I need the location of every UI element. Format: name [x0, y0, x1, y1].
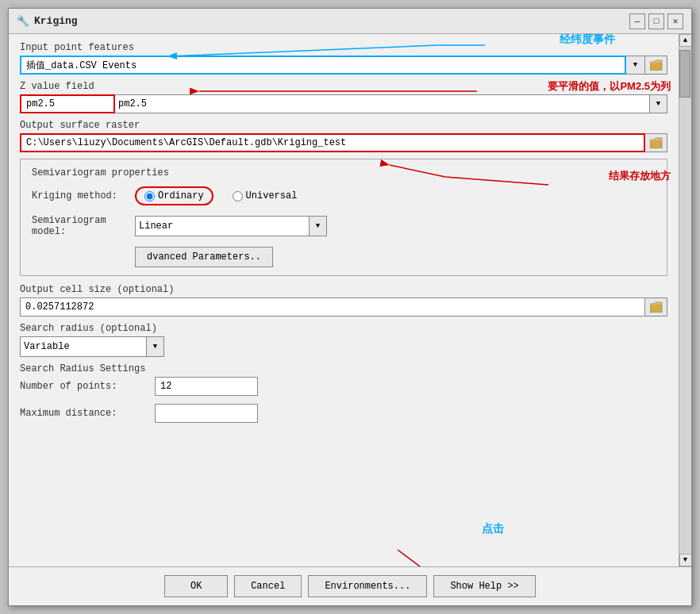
- main-panel: Input point features ▼ Z value field: [9, 34, 679, 566]
- universal-radio-label[interactable]: Universal: [233, 190, 298, 201]
- z-value-row: pm2.5 ▼: [20, 94, 667, 113]
- universal-radio[interactable]: [233, 191, 243, 201]
- z-value-label: Z value field: [20, 81, 667, 92]
- svg-rect-2: [650, 305, 662, 313]
- window-title: Kriging: [34, 15, 78, 27]
- input-point-field[interactable]: [20, 56, 626, 75]
- num-points-field[interactable]: [155, 377, 258, 396]
- max-distance-field[interactable]: [155, 404, 258, 423]
- semivariogram-model-row: Semivariogram model: Linear Spherical Ci…: [32, 215, 656, 237]
- input-point-label: Input point features: [20, 42, 667, 53]
- annotation-click-cn: 点击: [482, 522, 504, 536]
- output-cell-row: [20, 297, 667, 317]
- kriging-window: 🔧 Kriging — □ ✕ Input point features ▼: [8, 8, 692, 606]
- semivariogram-model-label: Semivariogram model:: [32, 215, 135, 237]
- search-radius-arrow[interactable]: ▼: [147, 336, 164, 357]
- right-scrollbar: ▲ ▼: [679, 34, 691, 566]
- z-value-group: Z value field pm2.5 ▼: [20, 81, 667, 113]
- output-surface-field[interactable]: [20, 133, 645, 152]
- search-radius-label: Search radius (optional): [20, 323, 667, 334]
- search-radius-select-wrapper: Variable Fixed ▼: [20, 336, 667, 357]
- ok-button[interactable]: OK: [164, 575, 228, 597]
- input-point-group: Input point features ▼: [20, 42, 667, 75]
- title-bar-left: 🔧 Kriging: [17, 15, 78, 28]
- semivariogram-model-select-wrapper: Linear Spherical Circular Exponential Ga…: [135, 216, 327, 236]
- z-value-field[interactable]: [20, 94, 115, 113]
- z-value-select[interactable]: pm2.5: [115, 94, 650, 113]
- semivariogram-section: Semivariogram properties Kriging method:…: [20, 159, 667, 276]
- ordinary-radio-label[interactable]: Ordinary: [135, 186, 213, 205]
- search-radius-settings-group: Search Radius Settings Number of points:…: [20, 363, 667, 423]
- ordinary-label: Ordinary: [158, 190, 204, 201]
- semivariogram-model-arrow[interactable]: ▼: [310, 216, 327, 236]
- scroll-thumb[interactable]: [679, 50, 690, 98]
- svg-rect-0: [650, 63, 662, 71]
- kriging-method-row: Kriging method: Ordinary Universal: [32, 186, 656, 205]
- advanced-params-button[interactable]: dvanced Parameters..: [135, 247, 273, 267]
- max-distance-label: Maximum distance:: [20, 408, 155, 419]
- main-content: Input point features ▼ Z value field: [9, 34, 691, 566]
- kriging-radio-group: Ordinary Universal: [135, 186, 297, 205]
- maximize-button[interactable]: □: [648, 13, 664, 29]
- output-cell-label: Output cell size (optional): [20, 284, 667, 295]
- environments-button[interactable]: Environments...: [308, 575, 427, 597]
- bottom-bar: OK Cancel Environments... Show Help >>: [9, 566, 691, 605]
- close-button[interactable]: ✕: [667, 13, 683, 29]
- output-cell-folder-btn[interactable]: [645, 297, 667, 317]
- search-radius-settings-title: Search Radius Settings: [20, 363, 667, 374]
- semivariogram-title: Semivariogram properties: [32, 167, 656, 178]
- app-icon: 🔧: [17, 15, 29, 28]
- input-point-dropdown-btn[interactable]: ▼: [626, 56, 645, 75]
- svg-rect-1: [650, 140, 662, 148]
- cancel-button[interactable]: Cancel: [234, 575, 302, 597]
- z-value-arrow[interactable]: ▼: [650, 94, 667, 113]
- output-cell-group: Output cell size (optional): [20, 284, 667, 317]
- output-surface-row: [20, 133, 667, 152]
- input-point-row: ▼: [20, 56, 667, 75]
- show-help-button[interactable]: Show Help >>: [433, 575, 535, 597]
- ordinary-radio[interactable]: [144, 191, 155, 201]
- semivariogram-model-select[interactable]: Linear Spherical Circular Exponential Ga…: [135, 216, 310, 236]
- title-controls: — □ ✕: [629, 13, 683, 29]
- title-bar: 🔧 Kriging — □ ✕: [9, 9, 691, 34]
- output-surface-folder-btn[interactable]: [645, 133, 667, 152]
- output-cell-field[interactable]: [20, 297, 645, 317]
- max-distance-row: Maximum distance:: [20, 404, 667, 423]
- search-radius-group: Search radius (optional) Variable Fixed …: [20, 323, 667, 357]
- kriging-method-label: Kriging method:: [32, 190, 135, 201]
- output-surface-group: Output surface raster: [20, 120, 667, 152]
- scroll-track: [679, 47, 691, 554]
- scroll-up-btn[interactable]: ▲: [679, 34, 692, 47]
- search-radius-select[interactable]: Variable Fixed: [20, 336, 147, 357]
- universal-label: Universal: [246, 190, 298, 201]
- num-points-row: Number of points:: [20, 377, 667, 396]
- input-point-folder-btn[interactable]: [645, 56, 667, 75]
- scroll-down-btn[interactable]: ▼: [679, 554, 692, 566]
- minimize-button[interactable]: —: [629, 13, 645, 29]
- num-points-label: Number of points:: [20, 381, 155, 392]
- output-surface-label: Output surface raster: [20, 120, 667, 131]
